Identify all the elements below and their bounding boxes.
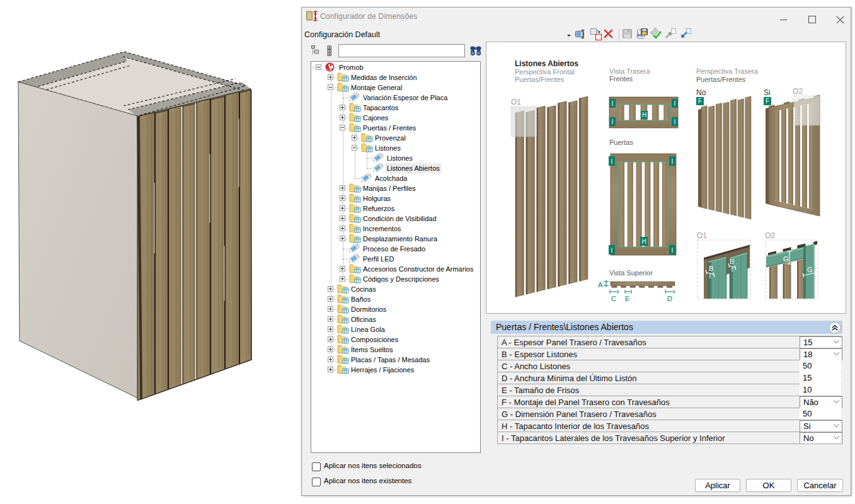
svg-text:Si: Si xyxy=(764,88,771,97)
svg-text:Puertas/Frentes: Puertas/Frentes xyxy=(515,76,565,83)
svg-text:I: I xyxy=(672,158,674,165)
svg-text:Perspectiva Frontal: Perspectiva Frontal xyxy=(515,68,575,76)
svg-text:G: G xyxy=(783,255,789,263)
svg-text:A: A xyxy=(598,281,603,289)
svg-text:Listones Abiertos: Listones Abiertos xyxy=(515,59,578,68)
svg-text:I: I xyxy=(612,118,614,125)
svg-text:I: I xyxy=(611,158,613,165)
svg-text:No: No xyxy=(696,88,706,97)
svg-text:I: I xyxy=(672,247,674,254)
svg-text:I: I xyxy=(612,100,614,107)
svg-text:O1: O1 xyxy=(697,231,707,240)
svg-text:B: B xyxy=(709,265,713,272)
svg-text:O2: O2 xyxy=(793,87,803,96)
svg-text:Vista Trasera: Vista Trasera xyxy=(609,67,650,75)
svg-text:H: H xyxy=(642,112,646,118)
svg-text:Frentes: Frentes xyxy=(609,75,633,83)
svg-text:H: H xyxy=(641,238,646,245)
svg-text:I: I xyxy=(674,100,676,107)
svg-text:O2: O2 xyxy=(765,231,775,240)
svg-text:Vista Superior: Vista Superior xyxy=(609,269,653,277)
svg-text:O1: O1 xyxy=(511,98,521,106)
svg-text:F: F xyxy=(766,98,769,105)
svg-text:G: G xyxy=(807,266,813,273)
svg-text:D: D xyxy=(667,295,672,302)
svg-text:Puertas: Puertas xyxy=(609,139,633,146)
svg-text:Perspectiva Trasera: Perspectiva Trasera xyxy=(696,67,759,75)
svg-text:E: E xyxy=(625,295,629,302)
svg-text:I: I xyxy=(674,118,676,125)
svg-text:F: F xyxy=(698,98,702,105)
svg-text:Puertas/Frentes: Puertas/Frentes xyxy=(696,76,746,83)
svg-text:I: I xyxy=(611,247,613,254)
svg-text:B: B xyxy=(730,258,734,265)
svg-text:C: C xyxy=(611,295,616,302)
